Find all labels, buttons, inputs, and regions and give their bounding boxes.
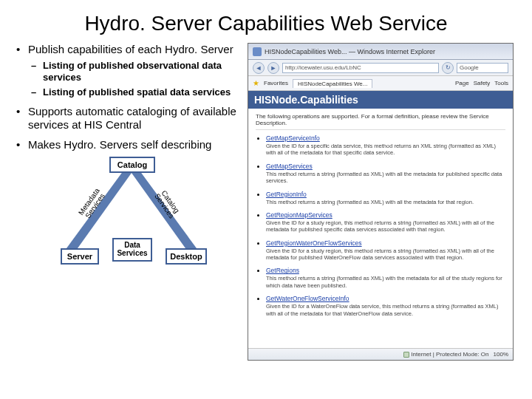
menu-safety[interactable]: Safety bbox=[474, 80, 491, 86]
bullet-list: Publish capabilities of each Hydro. Serv… bbox=[15, 43, 242, 152]
bullet-1: Publish capabilities of each Hydro. Serv… bbox=[15, 43, 242, 99]
menu-page[interactable]: Page bbox=[455, 80, 469, 86]
api-item: GetMapServiceInfoGiven the ID for a spec… bbox=[266, 134, 505, 157]
nav-bar: ◄ ► http://icewater.usu.edu/LbNC ↻ Googl… bbox=[248, 60, 513, 76]
api-desc: Given the ID for a WaterOneFlow data ser… bbox=[266, 303, 505, 317]
node-catalog: Catalog bbox=[109, 157, 155, 173]
service-intro: The following operations are supported. … bbox=[256, 113, 505, 130]
api-desc: Given the ID for a specific data service… bbox=[266, 143, 505, 157]
api-item: GetWaterOneFlowServiceInfoGiven the ID f… bbox=[266, 295, 505, 317]
shield-icon bbox=[403, 352, 409, 358]
api-desc: This method returns a string (formatted … bbox=[266, 171, 505, 185]
api-link[interactable]: GetRegions bbox=[266, 267, 299, 274]
node-desktop: Desktop bbox=[166, 248, 207, 265]
api-item: GetRegionWaterOneFlowServicesGiven the I… bbox=[266, 239, 505, 262]
slide-title: Hydro. Server Capabilities Web Service bbox=[0, 0, 532, 43]
api-desc: This method returns a string (formatted … bbox=[266, 275, 505, 289]
api-item: GetRegionInfoThis method returns a strin… bbox=[266, 191, 505, 205]
api-desc: Given the ID for a study region, this me… bbox=[266, 219, 505, 233]
back-button[interactable]: ◄ bbox=[253, 62, 265, 74]
api-link[interactable]: GetRegionMapServices bbox=[266, 211, 332, 219]
api-link[interactable]: GetRegionWaterOneFlowServices bbox=[266, 239, 362, 247]
search-box[interactable]: Google bbox=[457, 63, 508, 73]
refresh-button[interactable]: ↻ bbox=[442, 62, 454, 74]
api-desc: Given the ID for a study region, this me… bbox=[266, 248, 505, 262]
favorites-label[interactable]: Favorites bbox=[264, 80, 288, 86]
page-body: HISNode.Capabilities The following opera… bbox=[248, 91, 513, 348]
address-bar[interactable]: http://icewater.usu.edu/LbNC bbox=[282, 63, 439, 73]
window-titlebar: HISNodeCapabilities Web... — Windows Int… bbox=[248, 44, 513, 60]
status-bar: Internet | Protected Mode: On 100% bbox=[248, 348, 513, 360]
zone-text: Internet | Protected Mode: On bbox=[411, 351, 488, 358]
zoom-level[interactable]: 100% bbox=[494, 351, 508, 358]
menu-tools[interactable]: Tools bbox=[494, 80, 508, 86]
forward-button[interactable]: ► bbox=[267, 62, 279, 74]
api-link[interactable]: GetRegionInfo bbox=[266, 191, 307, 198]
browser-window: HISNodeCapabilities Web... — Windows Int… bbox=[248, 43, 514, 361]
api-link[interactable]: GetMapServices bbox=[266, 163, 313, 170]
left-column: Publish capabilities of each Hydro. Serv… bbox=[15, 43, 248, 361]
node-data-services: Data Services bbox=[112, 238, 152, 262]
api-item: GetRegionMapServicesGiven the ID for a s… bbox=[266, 211, 505, 233]
bullet-1-sub-1: Listing of published observational data … bbox=[31, 60, 242, 84]
api-link[interactable]: GetMapServiceInfo bbox=[266, 134, 320, 142]
app-icon bbox=[253, 47, 262, 56]
api-item: GetRegionsThis method returns a string (… bbox=[266, 267, 505, 289]
bullet-1-sub-2: Listing of published spatial data servic… bbox=[31, 86, 242, 98]
slide-content: Publish capabilities of each Hydro. Serv… bbox=[0, 43, 532, 361]
window-title-text: HISNodeCapabilities Web... — Windows Int… bbox=[265, 48, 508, 55]
bullet-1-sub: Listing of published observational data … bbox=[28, 60, 242, 99]
api-item: GetMapServicesThis method returns a stri… bbox=[266, 163, 505, 185]
node-server: Server bbox=[61, 248, 99, 265]
bullet-3: Makes Hydro. Servers self describing bbox=[15, 138, 242, 152]
api-desc: This method returns a string (formatted … bbox=[266, 199, 505, 205]
api-list: GetMapServiceInfoGiven the ID for a spec… bbox=[256, 134, 505, 317]
favorites-star-icon[interactable]: ★ bbox=[253, 79, 259, 87]
api-link[interactable]: GetWaterOneFlowServiceInfo bbox=[266, 295, 349, 302]
triangle-diagram: Catalog Server Desktop Data Services Met… bbox=[37, 160, 229, 270]
toolbar: ★ Favorites HISNodeCapabilities We... Pa… bbox=[248, 76, 513, 91]
bullet-2: Supports automatic cataloging of availab… bbox=[15, 105, 242, 133]
bullet-1-text: Publish capabilities of each Hydro. Serv… bbox=[28, 43, 233, 55]
browser-tab[interactable]: HISNodeCapabilities We... bbox=[293, 79, 373, 88]
security-zone: Internet | Protected Mode: On bbox=[403, 351, 488, 358]
service-banner: HISNode.Capabilities bbox=[248, 91, 513, 109]
